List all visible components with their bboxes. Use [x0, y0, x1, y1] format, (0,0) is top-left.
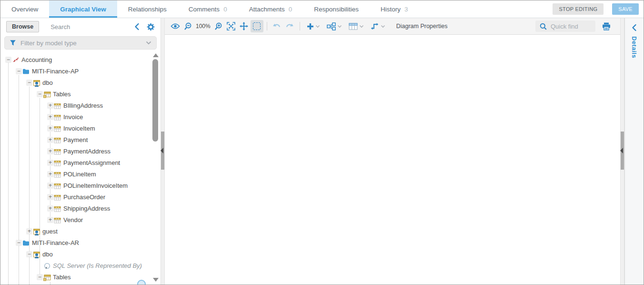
- tree-item-label[interactable]: dbo: [42, 79, 53, 86]
- tree-item[interactable]: +Address: [0, 283, 161, 285]
- tree-item[interactable]: +guest: [0, 226, 161, 237]
- collapse-left-arrow-icon[interactable]: [161, 148, 163, 153]
- tree-scrollbar[interactable]: [152, 51, 159, 284]
- expand-expander-icon[interactable]: +: [47, 114, 53, 120]
- tab-overview[interactable]: Overview: [0, 0, 49, 18]
- collapse-right-arrow-icon[interactable]: [620, 148, 623, 153]
- gear-icon[interactable]: [147, 23, 155, 31]
- save-button[interactable]: SAVE: [612, 3, 639, 15]
- pan-tool-button[interactable]: [238, 20, 251, 32]
- tab-graphical-view[interactable]: Graphical View: [49, 0, 117, 18]
- tree-item-label[interactable]: InvoiceItem: [63, 125, 95, 132]
- tree-item[interactable]: +ShippingAddress: [0, 203, 161, 214]
- relationship-routing-dropdown[interactable]: [371, 22, 385, 30]
- details-panel-tab[interactable]: Details: [631, 36, 638, 58]
- tree-item[interactable]: −Tables: [0, 272, 161, 283]
- fit-to-screen-button[interactable]: [225, 20, 238, 32]
- tree-item-label[interactable]: guest: [42, 228, 58, 235]
- expand-expander-icon[interactable]: +: [47, 125, 53, 132]
- tree-item[interactable]: +POLineItemInvoiceItem: [0, 180, 161, 192]
- stop-editing-button[interactable]: STOP EDITING: [553, 3, 604, 15]
- expand-expander-icon[interactable]: +: [26, 228, 32, 234]
- scroll-up-arrow[interactable]: [153, 53, 159, 57]
- tab-comments[interactable]: Comments0: [178, 0, 238, 18]
- tree-item-label[interactable]: MITI-Finance-AR: [32, 239, 79, 246]
- tree-item-label[interactable]: Accounting: [21, 56, 52, 63]
- collapse-expander-icon[interactable]: −: [16, 68, 22, 74]
- expand-expander-icon[interactable]: +: [47, 171, 53, 177]
- tree-item[interactable]: −MITI-Finance-AP: [0, 66, 161, 77]
- tree-item-label[interactable]: PaymentAssignment: [63, 159, 120, 166]
- diagram-properties-button[interactable]: Diagram Properties: [396, 23, 448, 30]
- tree-item[interactable]: +PaymentAddress: [0, 146, 161, 157]
- add-object-dropdown[interactable]: [307, 23, 320, 30]
- tree-item[interactable]: SQL Server (Is Represented By): [0, 260, 161, 272]
- tree-item-label[interactable]: POLineItem: [63, 171, 96, 178]
- collapse-expander-icon[interactable]: −: [26, 80, 32, 86]
- tab-attachments[interactable]: Attachments0: [238, 0, 303, 18]
- search-tab-button[interactable]: Search: [50, 23, 70, 31]
- tree-item[interactable]: +Payment: [0, 134, 161, 146]
- scroll-down-arrow[interactable]: [153, 278, 159, 282]
- browse-tab-button[interactable]: Browse: [6, 21, 39, 32]
- expand-expander-icon[interactable]: +: [47, 160, 53, 166]
- tree-item-label[interactable]: PaymentAddress: [63, 148, 111, 155]
- tab-history[interactable]: History3: [370, 0, 419, 18]
- tree-item-label[interactable]: MITI-Finance-AP: [32, 68, 79, 75]
- tree-item[interactable]: −dbo: [0, 249, 161, 260]
- collapse-expander-icon[interactable]: −: [5, 57, 11, 63]
- tree-item-label[interactable]: Tables: [53, 274, 71, 281]
- visibility-eye-button[interactable]: [169, 20, 181, 32]
- collapse-expander-icon[interactable]: −: [26, 251, 32, 257]
- expand-expander-icon[interactable]: +: [47, 205, 53, 212]
- collapse-expander-icon[interactable]: −: [16, 240, 22, 246]
- tree-item-label[interactable]: POLineItemInvoiceItem: [63, 182, 128, 189]
- redo-button[interactable]: [283, 20, 296, 32]
- tree-item[interactable]: +BIllingAddress: [0, 100, 161, 112]
- expand-details-icon[interactable]: [632, 24, 637, 31]
- left-panel-splitter[interactable]: [161, 18, 165, 285]
- tree-item[interactable]: +Invoice: [0, 112, 161, 123]
- tab-responsibilities[interactable]: Responsibilities: [303, 0, 370, 18]
- tree-item-label[interactable]: SQL Server (Is Represented By): [53, 262, 142, 269]
- zoom-in-button[interactable]: [212, 20, 225, 32]
- tree-item[interactable]: +PaymentAssignment: [0, 157, 161, 169]
- tree-item-label[interactable]: Invoice: [63, 113, 83, 121]
- tree-item-label[interactable]: Tables: [53, 91, 71, 98]
- tree-item-label[interactable]: ShippingAddress: [63, 205, 110, 212]
- filter-by-model-type-dropdown[interactable]: Filter by model type: [4, 36, 157, 50]
- expand-expander-icon[interactable]: +: [47, 183, 53, 189]
- tree-item[interactable]: +Vendor: [0, 214, 161, 226]
- print-button[interactable]: [602, 22, 611, 31]
- select-tool-button[interactable]: [251, 20, 263, 32]
- right-panel-splitter[interactable]: [620, 18, 624, 285]
- expand-expander-icon[interactable]: +: [47, 137, 53, 143]
- tree-item-label[interactable]: Payment: [63, 136, 88, 143]
- tree-item[interactable]: −MITI-Finance-AR: [0, 237, 161, 249]
- tab-relationships[interactable]: Relationships: [117, 0, 178, 18]
- undo-button[interactable]: [271, 20, 283, 32]
- expand-expander-icon[interactable]: +: [47, 217, 53, 223]
- tree-item[interactable]: −dbo: [0, 77, 161, 89]
- auto-layout-dropdown[interactable]: [327, 22, 342, 31]
- expand-expander-icon[interactable]: +: [47, 194, 53, 200]
- scrollbar-thumb[interactable]: [152, 59, 158, 142]
- collapse-panel-icon[interactable]: [134, 23, 140, 31]
- tree-item-label[interactable]: Vendor: [63, 216, 83, 224]
- collapse-expander-icon[interactable]: −: [37, 91, 43, 97]
- tree-item-label[interactable]: BIllingAddress: [63, 102, 103, 109]
- tree-item[interactable]: −Accounting: [0, 54, 161, 66]
- zoom-out-button[interactable]: [181, 20, 194, 32]
- quick-find-input[interactable]: Quick find: [535, 20, 595, 32]
- tree-item[interactable]: +POLineItem: [0, 169, 161, 180]
- tree-item-label[interactable]: PurchaseOrder: [63, 193, 105, 201]
- diagram-canvas[interactable]: [165, 35, 620, 285]
- table-display-dropdown[interactable]: [349, 23, 364, 30]
- tree-item-label[interactable]: dbo: [42, 251, 53, 258]
- tree-item[interactable]: +PurchaseOrder: [0, 192, 161, 203]
- expand-expander-icon[interactable]: +: [47, 102, 53, 109]
- tree-item[interactable]: +InvoiceItem: [0, 123, 161, 134]
- collapse-expander-icon[interactable]: −: [37, 274, 43, 280]
- tree-item[interactable]: −Tables: [0, 89, 161, 100]
- expand-expander-icon[interactable]: +: [47, 148, 53, 154]
